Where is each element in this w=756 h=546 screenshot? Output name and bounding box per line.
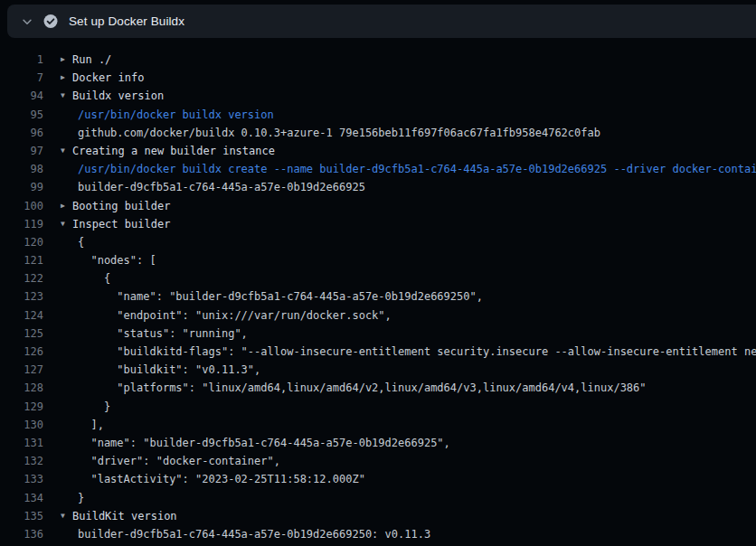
line-number[interactable]: 132 bbox=[0, 452, 43, 470]
caret-down-icon[interactable]: ▼ bbox=[61, 507, 65, 525]
log-line: 98/usr/bin/docker buildx create --name b… bbox=[0, 160, 756, 178]
line-text: "endpoint": "unix:///var/run/docker.sock… bbox=[78, 306, 392, 325]
log-line: 122 { bbox=[0, 269, 756, 287]
line-number[interactable]: 95 bbox=[0, 106, 43, 124]
log-line: 123 "name": "builder-d9cfb5a1-c764-445a-… bbox=[0, 287, 756, 306]
line-number[interactable]: 98 bbox=[0, 160, 43, 178]
log-group-line[interactable]: 135▼BuildKit version bbox=[0, 507, 756, 525]
line-text: "driver": "docker-container", bbox=[78, 452, 280, 470]
line-number[interactable]: 97 bbox=[0, 142, 43, 160]
line-number[interactable]: 128 bbox=[0, 379, 43, 397]
line-text: "buildkitd-flags": "--allow-insecure-ent… bbox=[78, 343, 756, 361]
line-number[interactable]: 125 bbox=[0, 325, 43, 343]
line-number[interactable]: 1 bbox=[0, 51, 43, 69]
line-text: /usr/bin/docker buildx create --name bui… bbox=[78, 160, 756, 178]
line-number[interactable]: 94 bbox=[0, 87, 43, 105]
log-line: 121 "nodes": [ bbox=[0, 251, 756, 269]
line-number[interactable]: 121 bbox=[0, 251, 43, 269]
caret-down-icon[interactable]: ▼ bbox=[61, 215, 65, 233]
line-text: } bbox=[78, 489, 84, 507]
log-group-line[interactable]: 100▶Booting builder bbox=[0, 197, 756, 215]
log-group-line[interactable]: 7▶Docker info bbox=[0, 69, 756, 87]
line-number[interactable]: 130 bbox=[0, 416, 43, 434]
group-title: Creating a new builder instance bbox=[72, 142, 275, 160]
line-text: builder-d9cfb5a1-c764-445a-a57e-0b19d2e6… bbox=[78, 178, 365, 196]
log-line: 131 "name": "builder-d9cfb5a1-c764-445a-… bbox=[0, 434, 756, 452]
line-text: } bbox=[78, 398, 110, 416]
log-line: 130 ], bbox=[0, 416, 756, 434]
line-number[interactable]: 126 bbox=[0, 343, 43, 361]
step-title: Set up Docker Buildx bbox=[69, 14, 184, 28]
log-line: 126 "buildkitd-flags": "--allow-insecure… bbox=[0, 343, 756, 361]
line-number[interactable]: 99 bbox=[0, 178, 43, 196]
log-group-line[interactable]: 119▼Inspect builder bbox=[0, 215, 756, 233]
group-title: Booting builder bbox=[72, 197, 170, 215]
log-line: 134} bbox=[0, 489, 756, 507]
group-title: Buildx version bbox=[72, 87, 164, 105]
group-title: Run ./ bbox=[72, 51, 111, 69]
caret-right-icon[interactable]: ▶ bbox=[61, 69, 65, 87]
line-text: "lastActivity": "2023-02-25T11:58:12.000… bbox=[78, 470, 365, 488]
log-line: 99builder-d9cfb5a1-c764-445a-a57e-0b19d2… bbox=[0, 178, 756, 196]
line-number[interactable]: 135 bbox=[0, 507, 43, 525]
log-line: 128 "platforms": "linux/amd64,linux/amd6… bbox=[0, 379, 756, 397]
log-lines: 1▶Run ./7▶Docker info94▼Buildx version95… bbox=[0, 51, 756, 543]
group-title: Docker info bbox=[72, 69, 144, 87]
log-line: 136builder-d9cfb5a1-c764-445a-a57e-0b19d… bbox=[0, 525, 756, 543]
log-group-line[interactable]: 1▶Run ./ bbox=[0, 51, 756, 69]
log-group-line[interactable]: 94▼Buildx version bbox=[0, 87, 756, 105]
caret-right-icon[interactable]: ▶ bbox=[61, 51, 65, 69]
line-text: ], bbox=[78, 416, 104, 434]
log-line: 129 } bbox=[0, 398, 756, 416]
group-title: Inspect builder bbox=[72, 215, 170, 233]
line-number[interactable]: 123 bbox=[0, 287, 43, 306]
log-group-line[interactable]: 97▼Creating a new builder instance bbox=[0, 142, 756, 160]
line-text: "name": "builder-d9cfb5a1-c764-445a-a57e… bbox=[78, 287, 483, 306]
line-text: github.com/docker/buildx 0.10.3+azure-1 … bbox=[78, 124, 600, 142]
step-header[interactable]: Set up Docker Buildx bbox=[7, 5, 756, 38]
caret-right-icon[interactable]: ▶ bbox=[61, 197, 65, 215]
line-number[interactable]: 120 bbox=[0, 233, 43, 251]
log-line: 132 "driver": "docker-container", bbox=[0, 452, 756, 470]
log-viewer: 1▶Run ./7▶Docker info94▼Buildx version95… bbox=[0, 38, 756, 546]
line-text: { bbox=[78, 233, 84, 251]
caret-down-icon[interactable]: ▼ bbox=[61, 87, 65, 105]
line-number[interactable]: 124 bbox=[0, 306, 43, 325]
line-text: "status": "running", bbox=[78, 325, 248, 343]
line-number[interactable]: 122 bbox=[0, 269, 43, 287]
chevron-down-icon[interactable] bbox=[20, 14, 34, 29]
line-number[interactable]: 136 bbox=[0, 525, 43, 543]
line-number[interactable]: 96 bbox=[0, 124, 43, 142]
line-number[interactable]: 100 bbox=[0, 197, 43, 215]
caret-down-icon[interactable]: ▼ bbox=[61, 142, 65, 160]
log-line: 133 "lastActivity": "2023-02-25T11:58:12… bbox=[0, 470, 756, 488]
line-number[interactable]: 131 bbox=[0, 434, 43, 452]
group-title: BuildKit version bbox=[72, 507, 177, 525]
log-line: 124 "endpoint": "unix:///var/run/docker.… bbox=[0, 306, 756, 325]
line-text: builder-d9cfb5a1-c764-445a-a57e-0b19d2e6… bbox=[78, 525, 430, 543]
log-line: 127 "buildkit": "v0.11.3", bbox=[0, 361, 756, 379]
line-text: { bbox=[78, 269, 110, 287]
line-number[interactable]: 119 bbox=[0, 215, 43, 233]
line-text: "buildkit": "v0.11.3", bbox=[78, 361, 260, 379]
check-circle-icon bbox=[43, 14, 58, 29]
log-line: 125 "status": "running", bbox=[0, 325, 756, 343]
line-number[interactable]: 127 bbox=[0, 361, 43, 379]
log-line: 95/usr/bin/docker buildx version bbox=[0, 106, 756, 124]
line-text: /usr/bin/docker buildx version bbox=[78, 106, 274, 124]
log-line: 120{ bbox=[0, 233, 756, 251]
line-number[interactable]: 7 bbox=[0, 69, 43, 87]
line-text: "platforms": "linux/amd64,linux/amd64/v2… bbox=[78, 379, 647, 397]
line-number[interactable]: 134 bbox=[0, 489, 43, 507]
line-text: "nodes": [ bbox=[78, 251, 156, 269]
line-text: "name": "builder-d9cfb5a1-c764-445a-a57e… bbox=[78, 434, 450, 452]
line-number[interactable]: 133 bbox=[0, 470, 43, 488]
log-line: 96github.com/docker/buildx 0.10.3+azure-… bbox=[0, 124, 756, 142]
line-number[interactable]: 129 bbox=[0, 398, 43, 416]
